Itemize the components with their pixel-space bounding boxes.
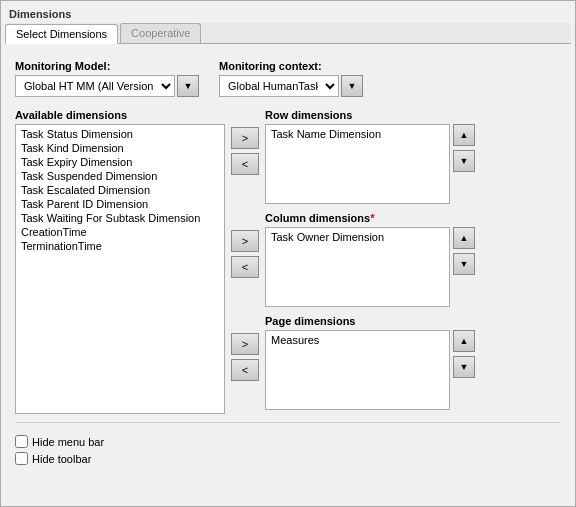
col-remove-btn[interactable]: <	[231, 256, 259, 278]
section-divider	[15, 422, 561, 423]
col-add-btn[interactable]: >	[231, 230, 259, 252]
col-dimensions-label: Column dimensions*	[265, 212, 475, 224]
tab-select-dimensions[interactable]: Select Dimensions	[5, 24, 118, 44]
available-panel: Available dimensions Task Status Dimensi…	[15, 109, 225, 414]
page-updown-col: ▲ ▼	[453, 330, 475, 378]
row-target-panel: Row dimensions Task Name Dimension ▲ ▼	[265, 109, 475, 204]
col-transfer-col: > <	[225, 230, 265, 278]
list-item[interactable]: Task Parent ID Dimension	[18, 197, 222, 211]
monitoring-context-select[interactable]: Global HumanTask	[219, 75, 339, 97]
row-dimensions-label: Row dimensions	[265, 109, 475, 121]
hide-toolbar-item: Hide toolbar	[15, 452, 561, 465]
col-up-btn[interactable]: ▲	[453, 227, 475, 249]
page-dimensions-label: Page dimensions	[265, 315, 475, 327]
list-item[interactable]: Task Waiting For Subtask Dimension	[18, 211, 222, 225]
hide-toolbar-label: Hide toolbar	[32, 453, 91, 465]
panel-title: Dimensions	[5, 5, 571, 23]
page-up-btn[interactable]: ▲	[453, 330, 475, 352]
available-dimensions-label: Available dimensions	[15, 109, 225, 121]
list-item[interactable]: Task Status Dimension	[18, 127, 222, 141]
available-dimensions-listbox[interactable]: Task Status Dimension Task Kind Dimensio…	[15, 124, 225, 414]
page-down-btn[interactable]: ▼	[453, 356, 475, 378]
row-transfer-col: > <	[225, 127, 265, 175]
col-target-panel: Column dimensions* Task Owner Dimension …	[265, 212, 475, 307]
column-dimensions-section: > < Column dimensions* Task Owner Dimens…	[225, 212, 561, 307]
page-target-panel: Page dimensions Measures ▲ ▼	[265, 315, 475, 410]
list-item[interactable]: Task Name Dimension	[268, 127, 447, 141]
monitoring-model-select[interactable]: Global HT MM (All Versions)	[15, 75, 175, 97]
col-updown-col: ▲ ▼	[453, 227, 475, 275]
row-dimensions-inner: Task Name Dimension ▲ ▼	[265, 124, 475, 204]
list-item[interactable]: CreationTime	[18, 225, 222, 239]
monitoring-context-group: Monitoring context: Global HumanTask ▼	[219, 60, 363, 97]
hide-toolbar-checkbox[interactable]	[15, 452, 28, 465]
list-item[interactable]: Task Escalated Dimension	[18, 183, 222, 197]
right-side: > < Row dimensions Task Name Dimension ▲…	[225, 109, 561, 410]
hide-menu-bar-checkbox[interactable]	[15, 435, 28, 448]
col-required-marker: *	[370, 212, 374, 224]
list-item[interactable]: Measures	[268, 333, 447, 347]
page-dimensions-inner: Measures ▲ ▼	[265, 330, 475, 410]
page-dimensions-listbox[interactable]: Measures	[265, 330, 450, 410]
hide-menu-bar-item: Hide menu bar	[15, 435, 561, 448]
hide-menu-bar-label: Hide menu bar	[32, 436, 104, 448]
page-transfer-col: > <	[225, 333, 265, 381]
monitoring-model-group: Monitoring Model: Global HT MM (All Vers…	[15, 60, 199, 97]
row-add-btn[interactable]: >	[231, 127, 259, 149]
row-up-btn[interactable]: ▲	[453, 124, 475, 146]
col-dimensions-listbox[interactable]: Task Owner Dimension	[265, 227, 450, 307]
list-item[interactable]: TerminationTime	[18, 239, 222, 253]
list-item[interactable]: Task Expiry Dimension	[18, 155, 222, 169]
col-dimensions-inner: Task Owner Dimension ▲ ▼	[265, 227, 475, 307]
dimensions-area: Available dimensions Task Status Dimensi…	[15, 109, 561, 414]
page-add-btn[interactable]: >	[231, 333, 259, 355]
monitoring-model-label: Monitoring Model:	[15, 60, 199, 72]
page-remove-btn[interactable]: <	[231, 359, 259, 381]
checkboxes-row: Hide menu bar Hide toolbar	[15, 435, 561, 465]
list-item[interactable]: Task Kind Dimension	[18, 141, 222, 155]
monitoring-model-dropdown-btn[interactable]: ▼	[177, 75, 199, 97]
row-down-btn[interactable]: ▼	[453, 150, 475, 172]
row-dimensions-section: > < Row dimensions Task Name Dimension ▲…	[225, 109, 561, 204]
dimensions-panel: Dimensions Select Dimensions Cooperative…	[0, 0, 576, 507]
monitoring-model-select-row: Global HT MM (All Versions) ▼	[15, 75, 199, 97]
tab-cooperative[interactable]: Cooperative	[120, 23, 201, 43]
monitoring-row: Monitoring Model: Global HT MM (All Vers…	[15, 60, 561, 97]
main-content: Monitoring Model: Global HT MM (All Vers…	[5, 54, 571, 471]
monitoring-context-select-row: Global HumanTask ▼	[219, 75, 363, 97]
monitoring-context-dropdown-btn[interactable]: ▼	[341, 75, 363, 97]
tabs-bar: Select Dimensions Cooperative	[5, 23, 571, 44]
row-updown-col: ▲ ▼	[453, 124, 475, 172]
row-dimensions-listbox[interactable]: Task Name Dimension	[265, 124, 450, 204]
list-item[interactable]: Task Suspended Dimension	[18, 169, 222, 183]
page-dimensions-section: > < Page dimensions Measures ▲ ▼	[225, 315, 561, 410]
row-remove-btn[interactable]: <	[231, 153, 259, 175]
list-item[interactable]: Task Owner Dimension	[268, 230, 447, 244]
monitoring-context-label: Monitoring context:	[219, 60, 363, 72]
col-down-btn[interactable]: ▼	[453, 253, 475, 275]
